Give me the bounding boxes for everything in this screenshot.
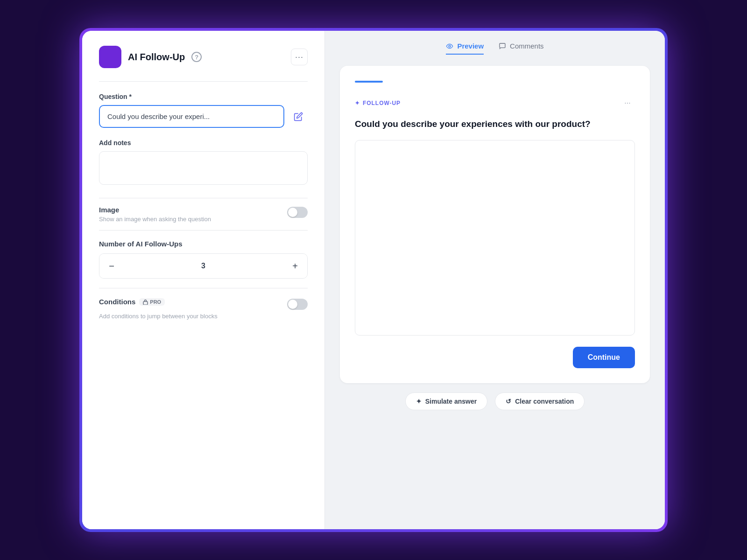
continue-button[interactable]: Continue bbox=[573, 347, 635, 368]
image-sublabel: Show an image when asking the question bbox=[99, 216, 211, 223]
main-container: AI Follow-Up ? ··· Question * Add notes bbox=[82, 31, 665, 529]
question-row bbox=[99, 105, 308, 128]
image-toggle-row: Image Show an image when asking the ques… bbox=[99, 198, 308, 230]
svg-rect-0 bbox=[143, 301, 148, 305]
stepper-section: Number of AI Follow-Ups − 3 + bbox=[99, 230, 308, 288]
conditions-toggle[interactable] bbox=[287, 299, 308, 310]
conditions-section: Conditions PRO Add conditions to jump be… bbox=[99, 288, 308, 329]
tab-preview[interactable]: Preview bbox=[446, 42, 484, 55]
question-input[interactable] bbox=[99, 105, 284, 128]
more-options-button[interactable]: ··· bbox=[291, 49, 308, 65]
tab-preview-label: Preview bbox=[457, 42, 484, 50]
image-toggle-content: Image Show an image when asking the ques… bbox=[99, 206, 211, 223]
simulate-answer-button[interactable]: ✦ Simulate answer bbox=[405, 392, 488, 410]
preview-continue-row: Continue bbox=[355, 347, 635, 368]
svg-point-1 bbox=[449, 45, 451, 47]
preview-answer-textarea[interactable] bbox=[355, 140, 635, 336]
preview-question-text: Could you describe your experiences with… bbox=[355, 118, 635, 131]
pro-label: PRO bbox=[150, 299, 161, 305]
image-toggle[interactable] bbox=[287, 207, 308, 218]
simulate-label: Simulate answer bbox=[425, 398, 477, 405]
panel-header-left: AI Follow-Up ? bbox=[99, 46, 202, 68]
conditions-header: Conditions PRO bbox=[99, 298, 308, 310]
image-label: Image bbox=[99, 206, 211, 214]
svg-rect-2 bbox=[500, 43, 505, 48]
question-label: Question * bbox=[99, 93, 308, 100]
bottom-actions: ✦ Simulate answer ↺ Clear conversation bbox=[340, 392, 650, 410]
notes-section: Add notes bbox=[99, 139, 308, 187]
tab-comments[interactable]: Comments bbox=[499, 42, 544, 55]
right-panel: Preview Comments ✦ FOLLOW-UP ··· bbox=[325, 31, 665, 529]
left-panel: AI Follow-Up ? ··· Question * Add notes bbox=[82, 31, 325, 529]
followup-spark-icon: ✦ bbox=[355, 100, 360, 106]
preview-progress-bar bbox=[355, 81, 383, 83]
block-icon bbox=[99, 46, 121, 68]
notes-textarea[interactable] bbox=[99, 151, 308, 185]
clear-icon: ↺ bbox=[506, 398, 511, 405]
followup-header: ✦ FOLLOW-UP ··· bbox=[355, 96, 635, 111]
simulate-icon: ✦ bbox=[416, 398, 422, 405]
increment-button[interactable]: + bbox=[283, 254, 307, 278]
conditions-sublabel: Add conditions to jump between your bloc… bbox=[99, 313, 308, 320]
followup-badge-text: FOLLOW-UP bbox=[363, 100, 401, 106]
preview-card: ✦ FOLLOW-UP ··· Could you describe your … bbox=[340, 66, 650, 383]
decrement-button[interactable]: − bbox=[99, 254, 124, 278]
conditions-label-row: Conditions PRO bbox=[99, 298, 165, 306]
preview-more-button[interactable]: ··· bbox=[620, 96, 635, 111]
panel-title: AI Follow-Up bbox=[128, 52, 185, 63]
help-icon[interactable]: ? bbox=[191, 52, 202, 62]
notes-label: Add notes bbox=[99, 139, 308, 147]
tabs-bar: Preview Comments bbox=[340, 42, 650, 55]
stepper-value: 3 bbox=[124, 262, 283, 270]
tab-comments-label: Comments bbox=[510, 42, 544, 50]
header-divider bbox=[99, 81, 308, 82]
pro-badge: PRO bbox=[139, 298, 165, 306]
edit-button[interactable] bbox=[289, 107, 308, 126]
followups-label: Number of AI Follow-Ups bbox=[99, 240, 308, 248]
app-wrapper: AI Follow-Up ? ··· Question * Add notes bbox=[79, 28, 668, 532]
panel-header: AI Follow-Up ? ··· bbox=[99, 46, 308, 68]
clear-conversation-button[interactable]: ↺ Clear conversation bbox=[495, 392, 585, 410]
followup-badge: ✦ FOLLOW-UP bbox=[355, 100, 401, 106]
stepper-row: − 3 + bbox=[99, 253, 308, 279]
clear-label: Clear conversation bbox=[515, 398, 574, 405]
conditions-label: Conditions bbox=[99, 298, 135, 306]
